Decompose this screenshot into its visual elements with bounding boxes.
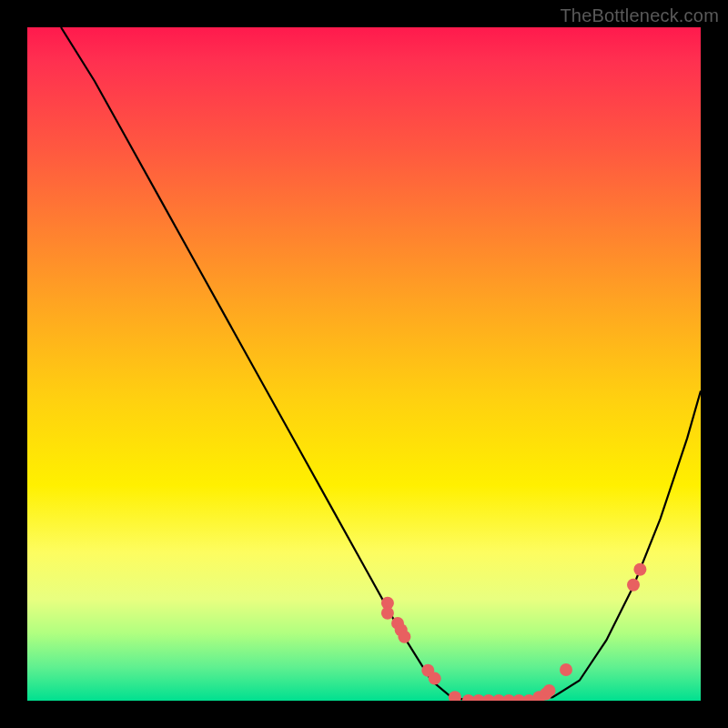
data-marker <box>429 672 441 685</box>
data-marker <box>633 563 646 576</box>
data-marker <box>398 631 410 643</box>
data-markers <box>381 563 647 701</box>
data-marker <box>449 691 461 701</box>
data-marker <box>627 579 640 592</box>
watermark-text: TheBottleneck.com <box>560 5 719 26</box>
data-marker <box>560 663 572 676</box>
chart-overlay <box>27 27 701 701</box>
bottleneck-curve <box>61 27 701 701</box>
data-marker <box>543 684 556 697</box>
data-marker <box>381 607 394 620</box>
